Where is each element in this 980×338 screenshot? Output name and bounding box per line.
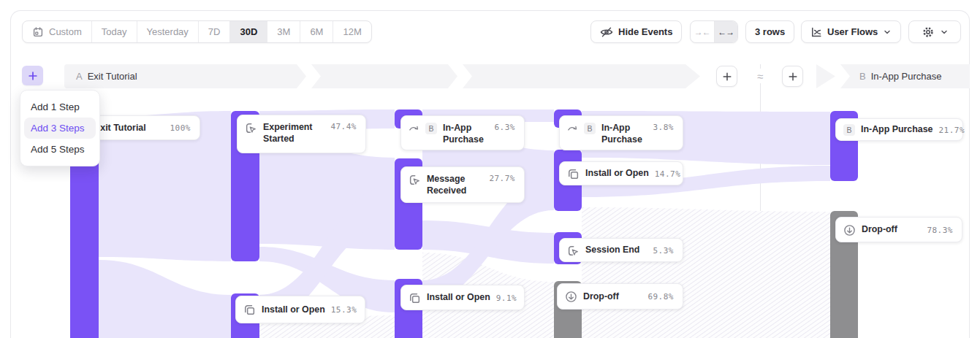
eye-off-icon xyxy=(600,27,613,37)
date-range-12m[interactable]: 12M xyxy=(333,21,371,42)
step-name: Exit Tutorial xyxy=(88,71,137,82)
add-step-after-divider-button[interactable] xyxy=(782,66,803,87)
collapse-width-button[interactable]: →← xyxy=(691,21,715,42)
rows-label: 3 rows xyxy=(755,26,785,37)
step-letter: B xyxy=(859,71,866,82)
node-percentage: 47.4% xyxy=(330,122,357,131)
flow-node-card-session-end[interactable]: Session End5.3% xyxy=(559,238,683,262)
date-range-30d[interactable]: 30D xyxy=(230,21,267,42)
windows-icon xyxy=(567,168,580,180)
flow-node-card-install-or-open[interactable]: Install or Open9.1% xyxy=(400,285,525,310)
funnel-step-segment[interactable] xyxy=(463,64,700,88)
skip-arrow-icon xyxy=(409,123,419,134)
step-letter: A xyxy=(76,71,83,82)
chevron-down-icon xyxy=(883,28,892,37)
date-range-label: Today xyxy=(102,26,127,37)
flow-node-card-in-app-purchase[interactable]: BIn-App Purchase21.7% xyxy=(835,118,963,141)
node-label: In-App Purchase xyxy=(601,122,647,145)
node-percentage: 21.7% xyxy=(938,126,965,135)
menu-item-add-5-steps[interactable]: Add 5 Steps xyxy=(24,139,96,160)
step-b-badge: B xyxy=(584,123,596,134)
date-range-selector[interactable]: CustomTodayYesterday7D30D3M6M12M xyxy=(22,20,372,43)
step-b-badge: B xyxy=(425,123,437,134)
add-step-before-divider-button[interactable] xyxy=(716,66,737,87)
date-range-label: 3M xyxy=(277,26,290,37)
flow-node-card-message-received[interactable]: Message Received27.7% xyxy=(400,166,525,203)
chart-type-label: User Flows xyxy=(827,26,878,37)
date-range-7d[interactable]: 7D xyxy=(199,21,231,42)
node-percentage: 9.1% xyxy=(496,293,517,303)
flow-node-card-install-or-open[interactable]: Install or Open15.3% xyxy=(235,296,365,323)
step-a-label: A Exit Tutorial xyxy=(76,64,137,88)
node-percentage: 15.3% xyxy=(331,305,357,315)
node-label: Drop-off xyxy=(862,223,921,235)
node-label: Drop-off xyxy=(583,291,642,302)
cursor-click-icon xyxy=(567,245,580,257)
node-percentage: 5.3% xyxy=(653,246,675,256)
user-flows-icon xyxy=(810,26,822,38)
node-percentage: 69.8% xyxy=(647,292,674,301)
date-range-3m[interactable]: 3M xyxy=(267,21,300,42)
node-label: Experiment Started xyxy=(263,121,324,145)
date-range-custom[interactable]: Custom xyxy=(23,21,92,42)
date-range-label: 12M xyxy=(343,26,361,37)
flow-node-card-drop-off[interactable]: Drop-off69.8% xyxy=(557,283,683,310)
flow-node-card-experiment-started[interactable]: Experiment Started47.4% xyxy=(237,115,366,153)
windows-icon xyxy=(243,304,256,316)
node-percentage: 6.3% xyxy=(495,123,516,132)
flow-node-card-exit-tutorial[interactable]: Exit Tutorial100% xyxy=(86,115,200,140)
step-name: In-App Purchase xyxy=(871,71,942,82)
funnel-step-segment[interactable] xyxy=(160,64,306,88)
node-percentage: 14.7% xyxy=(655,169,681,179)
date-range-yesterday[interactable]: Yesterday xyxy=(137,21,199,42)
cursor-click-icon xyxy=(245,122,257,134)
date-range-today[interactable]: Today xyxy=(92,21,137,42)
node-label: Message Received xyxy=(427,173,483,196)
gear-icon xyxy=(922,26,935,39)
step-b-label[interactable]: B In-App Purchase xyxy=(840,64,970,88)
node-label: Exit Tutorial xyxy=(94,122,164,134)
node-percentage: 27.7% xyxy=(489,174,515,183)
hide-events-button[interactable]: Hide Events xyxy=(590,20,682,43)
skip-arrow-icon xyxy=(567,123,578,134)
date-range-6m[interactable]: 6M xyxy=(300,21,333,42)
menu-item-add-3-steps[interactable]: Add 3 Steps xyxy=(24,118,96,139)
date-range-label: 30D xyxy=(240,26,257,37)
hide-events-label: Hide Events xyxy=(618,26,672,37)
date-range-label: 6M xyxy=(310,26,323,37)
dropoff-arrow-icon xyxy=(565,291,577,303)
section-divider xyxy=(760,64,761,338)
settings-dropdown[interactable] xyxy=(908,20,961,43)
flow-node-card-install-or-open[interactable]: Install or Open14.7% xyxy=(559,161,683,185)
node-label: Install or Open xyxy=(262,304,325,315)
funnel-step-segment[interactable] xyxy=(311,64,457,88)
node-percentage: 3.8% xyxy=(653,123,675,132)
chevron-down-icon xyxy=(940,28,949,37)
calendar-icon xyxy=(32,26,44,38)
windows-icon xyxy=(409,292,421,304)
flow-node-card-in-app-purchase[interactable]: BIn-App Purchase3.8% xyxy=(559,115,683,150)
cursor-click-icon xyxy=(409,174,421,186)
node-label: In-App Purchase xyxy=(443,122,489,145)
node-label: Install or Open xyxy=(585,167,649,179)
add-step-menu: Add 1 StepAdd 3 StepsAdd 5 Steps xyxy=(20,90,100,166)
width-toggle: →← ←→ xyxy=(690,20,738,43)
chart-type-dropdown[interactable]: User Flows xyxy=(801,20,901,43)
date-range-label: Yesterday xyxy=(147,26,189,37)
node-label: Session End xyxy=(585,244,647,256)
date-range-label: Custom xyxy=(49,26,82,37)
node-label: Install or Open xyxy=(427,291,490,303)
step-b-badge: B xyxy=(843,124,855,136)
collapsed-steps-indicator: ≈ xyxy=(752,69,768,83)
rows-button[interactable]: 3 rows xyxy=(745,20,794,43)
node-label: In-App Purchase xyxy=(861,123,932,135)
date-range-label: 7D xyxy=(208,26,221,37)
node-percentage: 100% xyxy=(170,123,191,133)
add-step-button[interactable] xyxy=(22,66,43,85)
expand-width-button[interactable]: ←→ xyxy=(715,21,738,42)
flow-node-card-in-app-purchase[interactable]: BIn-App Purchase6.3% xyxy=(400,115,525,150)
menu-item-add-1-step[interactable]: Add 1 Step xyxy=(24,96,96,118)
node-percentage: 78.3% xyxy=(927,226,953,235)
flow-node-card-drop-off[interactable]: Drop-off78.3% xyxy=(835,217,962,242)
dropoff-arrow-icon xyxy=(843,224,856,237)
